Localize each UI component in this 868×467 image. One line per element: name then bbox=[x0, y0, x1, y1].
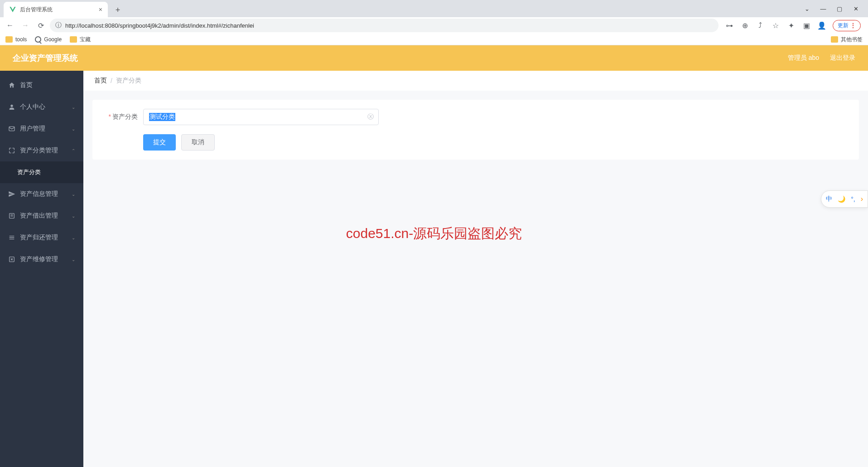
header-right: 管理员 abo 退出登录 bbox=[788, 54, 855, 62]
new-tab-button[interactable]: + bbox=[111, 4, 124, 16]
form-row-category: *资产分类 测试分类 ⓧ bbox=[103, 109, 848, 125]
site-info-icon[interactable]: ⓘ bbox=[55, 21, 62, 29]
sidebar-item-personal[interactable]: 个人中心 ⌄ bbox=[0, 96, 83, 118]
sidebar-item-asset-return[interactable]: 资产归还管理 ⌄ bbox=[0, 227, 83, 248]
logout-link[interactable]: 退出登录 bbox=[830, 54, 855, 62]
close-icon[interactable]: × bbox=[99, 6, 102, 13]
sidebar-item-label: 资产分类 bbox=[17, 168, 41, 176]
user-label[interactable]: 管理员 abo bbox=[788, 54, 819, 62]
cancel-button[interactable]: 取消 bbox=[181, 134, 215, 151]
form-card: *资产分类 测试分类 ⓧ 提交 取消 bbox=[92, 100, 859, 160]
sidebar-item-home[interactable]: 首页 bbox=[0, 74, 83, 96]
tab-title: 后台管理系统 bbox=[20, 6, 53, 14]
folder-icon bbox=[5, 36, 13, 43]
caret-down-icon[interactable]: ⌄ bbox=[803, 5, 811, 12]
nav-right: ⊶ ⊕ ⤴ ☆ ✦ ▣ 👤 更新 ⋮ bbox=[721, 20, 864, 31]
forward-button: → bbox=[19, 19, 32, 32]
sidebar-subitem-asset-category[interactable]: 资产分类 bbox=[0, 161, 83, 183]
user-icon bbox=[8, 103, 15, 111]
window-controls: ⌄ — ▢ ✕ bbox=[795, 0, 868, 17]
sidebar-item-asset-lend[interactable]: 资产借出管理 ⌄ bbox=[0, 205, 83, 227]
punct-icon[interactable]: °, bbox=[851, 195, 855, 203]
ime-toolbar[interactable]: 中 🌙 °, › bbox=[821, 190, 868, 208]
bookmark-treasure[interactable]: 宝藏 bbox=[70, 36, 91, 44]
back-button[interactable]: ← bbox=[4, 19, 16, 32]
bookmark-tools[interactable]: tools bbox=[5, 36, 27, 43]
breadcrumb: 首页 / 资产分类 bbox=[83, 71, 868, 91]
clear-icon[interactable]: ⓧ bbox=[367, 113, 374, 121]
sidebar-item-label: 资产信息管理 bbox=[20, 190, 58, 198]
mail-icon bbox=[8, 125, 15, 132]
sidebar-item-asset-repair[interactable]: 资产维修管理 ⌄ bbox=[0, 248, 83, 270]
sidebar-item-label: 资产归还管理 bbox=[20, 234, 58, 242]
bookmark-google[interactable]: Google bbox=[35, 36, 62, 43]
reload-button[interactable]: ⟳ bbox=[34, 19, 47, 32]
sidebar-item-label: 用户管理 bbox=[20, 125, 45, 133]
sidebar-item-user-manage[interactable]: 用户管理 ⌄ bbox=[0, 118, 83, 140]
menu-dots-icon: ⋮ bbox=[850, 22, 856, 29]
folder-icon bbox=[70, 36, 77, 43]
chevron-up-icon: ⌃ bbox=[72, 148, 75, 153]
close-window-icon[interactable]: ✕ bbox=[852, 5, 860, 12]
sidebar-item-asset-category[interactable]: 资产分类管理 ⌃ bbox=[0, 140, 83, 161]
update-button[interactable]: 更新 ⋮ bbox=[833, 20, 861, 31]
browser-chrome: 后台管理系统 × + ⌄ — ▢ ✕ ← → ⟳ ⓘ http://localh… bbox=[0, 0, 868, 45]
folder-icon bbox=[831, 36, 838, 43]
nav-bar: ← → ⟳ ⓘ http://localhost:8080/springboot… bbox=[0, 17, 868, 34]
submit-button[interactable]: 提交 bbox=[143, 134, 176, 151]
home-icon bbox=[8, 82, 15, 89]
profile-icon[interactable]: 👤 bbox=[817, 21, 826, 30]
sidebar-item-asset-info[interactable]: 资产信息管理 ⌄ bbox=[0, 183, 83, 205]
sidebar-item-label: 资产维修管理 bbox=[20, 255, 58, 263]
chevron-down-icon: ⌄ bbox=[72, 235, 75, 240]
category-input[interactable]: 测试分类 ⓧ bbox=[143, 109, 379, 125]
sidepanel-icon[interactable]: ▣ bbox=[802, 21, 811, 30]
breadcrumb-home[interactable]: 首页 bbox=[94, 77, 107, 85]
content-area: 首页 / 资产分类 *资产分类 测试分类 ⓧ 提交 取消 bbox=[83, 71, 868, 467]
browser-tab[interactable]: 后台管理系统 × bbox=[4, 2, 108, 17]
moon-icon[interactable]: 🌙 bbox=[838, 195, 845, 203]
expand-arrow-icon[interactable]: › bbox=[861, 195, 863, 203]
sidebar-item-label: 个人中心 bbox=[20, 103, 45, 111]
extensions-icon[interactable]: ✦ bbox=[786, 21, 796, 30]
sidebar-item-label: 首页 bbox=[20, 81, 33, 89]
share-icon[interactable]: ⤴ bbox=[756, 21, 765, 30]
breadcrumb-current: 资产分类 bbox=[116, 77, 141, 85]
chevron-down-icon: ⌄ bbox=[72, 214, 75, 219]
close-square-icon bbox=[8, 256, 15, 263]
list-icon bbox=[8, 212, 15, 219]
sidebar: 首页 个人中心 ⌄ 用户管理 ⌄ 资产分类管理 ⌃ 资产分类 资产信息管理 ⌄ … bbox=[0, 71, 83, 467]
chevron-down-icon: ⌄ bbox=[72, 257, 75, 262]
vue-icon bbox=[9, 6, 16, 13]
url-text: http://localhost:8080/springboot4j9k2/ad… bbox=[65, 22, 254, 29]
chevron-down-icon: ⌄ bbox=[72, 105, 75, 110]
expand-icon bbox=[8, 147, 15, 154]
form-actions: 提交 取消 bbox=[103, 134, 848, 151]
address-bar[interactable]: ⓘ http://localhost:8080/springboot4j9k2/… bbox=[50, 19, 719, 32]
breadcrumb-separator: / bbox=[111, 77, 112, 84]
google-icon bbox=[35, 36, 41, 43]
required-mark: * bbox=[109, 113, 111, 120]
send-icon bbox=[8, 190, 15, 198]
tab-bar: 后台管理系统 × + ⌄ — ▢ ✕ bbox=[0, 0, 868, 17]
form-label-category: *资产分类 bbox=[103, 113, 143, 121]
bookmark-bar: tools Google 宝藏 其他书签 bbox=[0, 34, 868, 45]
bookmark-star-icon[interactable]: ☆ bbox=[771, 21, 780, 30]
key-icon[interactable]: ⊶ bbox=[725, 21, 734, 30]
bookmark-other[interactable]: 其他书签 bbox=[831, 36, 863, 44]
ime-lang[interactable]: 中 bbox=[826, 195, 832, 203]
app-header: 企业资产管理系统 管理员 abo 退出登录 bbox=[0, 45, 868, 71]
bars-icon bbox=[8, 234, 15, 241]
app-title: 企业资产管理系统 bbox=[13, 53, 78, 63]
minimize-icon[interactable]: — bbox=[819, 5, 827, 12]
search-in-page-icon[interactable]: ⊕ bbox=[740, 21, 749, 30]
svg-point-0 bbox=[10, 105, 13, 107]
maximize-icon[interactable]: ▢ bbox=[835, 5, 844, 12]
sidebar-item-label: 资产分类管理 bbox=[20, 146, 58, 155]
input-selected-text: 测试分类 bbox=[149, 113, 175, 121]
app-body: 首页 个人中心 ⌄ 用户管理 ⌄ 资产分类管理 ⌃ 资产分类 资产信息管理 ⌄ … bbox=[0, 45, 868, 467]
chevron-down-icon: ⌄ bbox=[72, 192, 75, 197]
chevron-down-icon: ⌄ bbox=[72, 126, 75, 131]
sidebar-item-label: 资产借出管理 bbox=[20, 212, 58, 220]
